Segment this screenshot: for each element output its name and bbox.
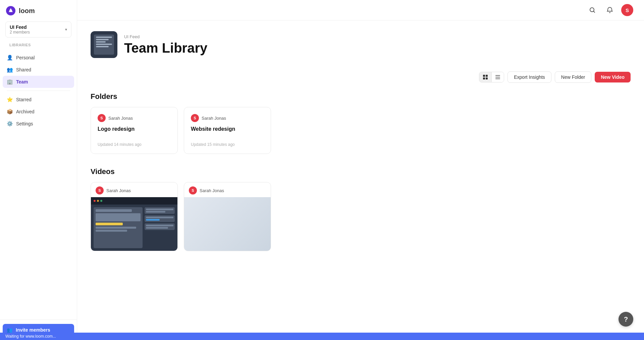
sidebar: loom UI Feed 2 members ▾ Libraries 👤 Per…	[0, 0, 77, 340]
card-user: S Sarah Jonas	[98, 114, 171, 122]
svg-rect-8	[495, 77, 500, 77]
folder-updated: Updated 15 minutes ago	[191, 142, 264, 147]
view-toggle	[479, 72, 504, 82]
folders-section-title: Folders	[91, 92, 631, 101]
topbar: S	[77, 0, 644, 20]
list-view-button[interactable]	[492, 72, 504, 82]
folder-card[interactable]: S Sarah Jonas Logo redesign Updated 14 m…	[91, 107, 178, 154]
video-card[interactable]: S Sarah Jonas	[184, 182, 271, 251]
svg-point-1	[9, 9, 12, 12]
video-card-header: S Sarah Jonas	[91, 182, 177, 197]
videos-section-title: Videos	[91, 167, 631, 176]
sidebar-item-personal[interactable]: 👤 Personal	[3, 52, 74, 64]
search-button[interactable]	[586, 4, 598, 16]
card-user: S Sarah Jonas	[191, 114, 264, 122]
sidebar-top: loom UI Feed 2 members ▾ Libraries	[0, 0, 77, 52]
settings-icon: ⚙️	[7, 121, 13, 127]
divider	[7, 91, 70, 91]
svg-rect-7	[495, 75, 500, 76]
page-title-block: UI Feed Team Library	[124, 34, 207, 55]
page-header: UI Feed Team Library	[91, 31, 631, 58]
folder-name: Website redesign	[191, 126, 264, 132]
sidebar-item-label: Starred	[16, 97, 32, 102]
user-name: Sarah Jonas	[106, 188, 131, 193]
app-name: loom	[19, 7, 35, 15]
shared-icon: 👥	[7, 67, 13, 73]
svg-rect-4	[486, 75, 488, 77]
user-name: Sarah Jonas	[202, 116, 226, 121]
sidebar-nav: 👤 Personal 👥 Shared 🏢 Team ⭐ Starred 📦 A…	[0, 52, 77, 320]
user-name: Sarah Jonas	[108, 116, 133, 121]
grid-icon	[483, 74, 488, 80]
breadcrumb: UI Feed	[124, 34, 207, 39]
new-video-button[interactable]: New Video	[595, 72, 631, 82]
svg-rect-3	[483, 75, 485, 77]
user-avatar[interactable]: S	[621, 4, 633, 16]
workspace-members: 2 members	[10, 30, 30, 35]
export-insights-button[interactable]: Export Insights	[507, 71, 551, 83]
video-card-header: S Sarah Jonas	[184, 182, 271, 197]
videos-section: Videos S Sarah Jonas	[91, 167, 631, 251]
video-thumbnail	[184, 197, 271, 251]
main-content: S UI Feed Team Library	[77, 0, 644, 340]
app-mockup	[91, 197, 177, 251]
grid-view-button[interactable]	[479, 72, 492, 82]
page-content: UI Feed Team Library	[77, 20, 644, 262]
invite-icon: 👥	[7, 327, 12, 333]
folder-card[interactable]: S Sarah Jonas Website redesign Updated 1…	[184, 107, 271, 154]
folder-name: Logo redesign	[98, 126, 171, 132]
folders-grid: S Sarah Jonas Logo redesign Updated 14 m…	[91, 107, 631, 154]
avatar: S	[98, 114, 106, 122]
sidebar-item-shared[interactable]: 👥 Shared	[3, 64, 74, 76]
notifications-button[interactable]	[604, 4, 616, 16]
sidebar-item-team[interactable]: 🏢 Team	[3, 76, 74, 88]
toolbar: Export Insights New Folder New Video	[91, 71, 631, 83]
videos-grid: S Sarah Jonas	[91, 182, 631, 251]
starred-icon: ⭐	[7, 97, 13, 103]
sidebar-item-settings[interactable]: ⚙️ Settings	[3, 118, 74, 130]
thumb-line	[96, 39, 109, 40]
status-text: Waiting for www.loom.com...	[5, 334, 56, 339]
sidebar-item-label: Archived	[16, 109, 34, 114]
svg-rect-5	[483, 77, 485, 79]
page-thumbnail	[91, 31, 117, 58]
list-icon	[495, 74, 500, 80]
personal-icon: 👤	[7, 55, 13, 61]
invite-label: Invite members	[16, 327, 50, 333]
thumb-line	[96, 44, 112, 45]
search-icon	[589, 7, 596, 13]
thumb-line	[96, 46, 109, 47]
sidebar-item-label: Shared	[16, 67, 31, 72]
loom-logo-icon	[5, 5, 16, 16]
sidebar-item-label: Settings	[16, 121, 33, 126]
team-icon: 🏢	[7, 79, 13, 85]
workspace-name: UI Feed	[10, 24, 30, 30]
status-bar: Waiting for www.loom.com...	[0, 333, 644, 340]
sidebar-item-archived[interactable]: 📦 Archived	[3, 106, 74, 118]
workspace-selector[interactable]: UI Feed 2 members ▾	[5, 21, 71, 38]
folders-section: Folders S Sarah Jonas Logo redesign Upda…	[91, 92, 631, 154]
sidebar-item-label: Team	[16, 79, 28, 84]
page-title: Team Library	[124, 41, 207, 55]
thumb-line	[96, 37, 112, 38]
thumb-line	[96, 41, 106, 43]
video-thumbnail	[91, 197, 177, 251]
workspace-info: UI Feed 2 members	[10, 24, 30, 35]
help-button[interactable]: ?	[619, 312, 633, 327]
new-folder-button[interactable]: New Folder	[555, 71, 592, 83]
avatar: S	[96, 186, 104, 194]
bell-icon	[606, 7, 613, 13]
user-name: Sarah Jonas	[200, 188, 224, 193]
chevron-down-icon: ▾	[65, 27, 67, 32]
avatar: S	[189, 186, 197, 194]
folder-updated: Updated 14 minutes ago	[98, 142, 171, 147]
svg-rect-6	[486, 77, 488, 79]
avatar: S	[191, 114, 199, 122]
svg-rect-9	[495, 78, 500, 79]
video-card[interactable]: S Sarah Jonas	[91, 182, 178, 251]
logo: loom	[5, 5, 71, 16]
sidebar-item-label: Personal	[16, 55, 35, 60]
thumbnail-inner	[94, 35, 114, 55]
sidebar-item-starred[interactable]: ⭐ Starred	[3, 94, 74, 106]
libraries-label: Libraries	[5, 43, 71, 47]
